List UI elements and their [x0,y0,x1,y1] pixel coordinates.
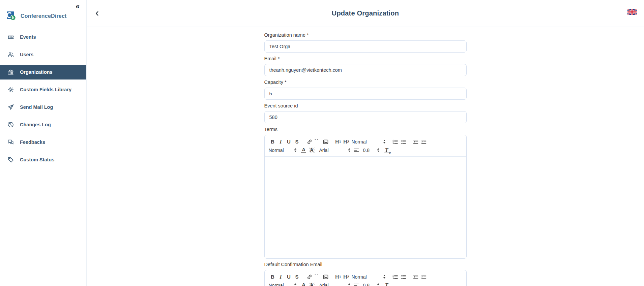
font-select[interactable]: Arial [319,283,350,286]
sidebar-item-organizations[interactable]: Organizations [0,65,86,80]
clear-formatting-button[interactable]: Tx [384,281,392,286]
updown-arrows-icon [383,140,385,144]
terms-editor-toolbar: B I U S ” [265,135,466,157]
ordered-list-icon [392,274,398,280]
header-format-select[interactable]: Normal [352,139,385,145]
bullet-list-button[interactable] [399,138,407,146]
send-icon [7,104,14,110]
italic-button[interactable]: I [277,138,285,146]
sidebar-item-events[interactable]: Events [0,30,86,44]
header-2-button[interactable]: H2 [342,273,350,281]
line-height-icon [353,282,359,286]
organization-name-input[interactable] [264,40,467,53]
app-root: « ConferenceDirect Events User [0,0,644,286]
sidebar-item-changes-log[interactable]: Changes Log [0,117,86,132]
uk-flag-icon [627,9,637,15]
insert-image-button[interactable] [322,138,330,146]
size-select[interactable]: Normal [269,148,296,153]
sidebar-collapse-button[interactable]: « [76,2,79,10]
indent-button[interactable] [420,138,428,146]
sidebar-item-custom-status[interactable]: Custom Status [0,152,86,167]
italic-button[interactable]: I [277,273,285,281]
image-icon [323,274,329,280]
indent-icon [421,139,427,145]
font-select[interactable]: Arial [319,148,350,153]
email-label: Email * [264,56,467,62]
image-icon [323,139,329,145]
sidebar-item-label: Custom Status [20,157,54,162]
sidebar-item-label: Send Mail Log [20,104,53,110]
gear-icon [7,86,14,93]
ordered-list-icon [392,139,398,145]
ordered-list-button[interactable] [391,273,399,281]
header-1-button[interactable]: H1 [334,138,342,146]
line-height-select[interactable]: 0.8 [363,148,379,153]
updown-arrows-icon [348,148,350,152]
terms-label: Terms [264,127,467,133]
size-select[interactable]: Normal [269,283,296,286]
underline-button[interactable]: U [285,273,293,281]
line-height-button[interactable] [352,146,360,154]
sidebar-item-send-mail-log[interactable]: Send Mail Log [0,100,86,115]
blockquote-button[interactable]: ” [314,275,322,279]
ticket-icon [7,34,14,40]
language-flag-button[interactable] [627,9,637,15]
header-format-select[interactable]: Normal [352,274,385,280]
updown-arrows-icon [348,283,350,286]
bullet-list-icon [400,274,406,280]
sidebar-item-label: Changes Log [20,122,51,127]
indent-button[interactable] [420,273,428,281]
outdent-button[interactable] [412,138,420,146]
page-title: Update Organization [87,9,644,17]
updown-arrows-icon [377,148,379,152]
history-icon [7,121,14,128]
indent-icon [421,274,427,280]
sidebar-item-custom-fields-library[interactable]: Custom Fields Library [0,82,86,97]
strikethrough-button[interactable]: S [293,138,301,146]
default-confirmation-email-label: Default Confirmation Email [264,262,467,268]
clear-formatting-button[interactable]: Tx [384,146,392,154]
brand-name: ConferenceDirect [21,13,67,19]
link-button[interactable] [305,138,314,146]
header-1-button[interactable]: H1 [334,273,342,281]
insert-image-button[interactable] [322,273,330,281]
outdent-button[interactable] [412,273,420,281]
users-icon [7,51,14,58]
bold-button[interactable]: B [269,138,277,146]
ordered-list-button[interactable] [391,138,399,146]
header-2-button[interactable]: H2 [342,138,350,146]
link-button[interactable] [305,273,314,281]
confirmation-email-editor: B I U S ” [264,270,467,286]
background-color-button[interactable]: A [308,146,316,154]
feedback-icon [7,139,14,146]
page-header: Update Organization [87,0,644,27]
strikethrough-button[interactable]: S [293,273,301,281]
event-source-id-input[interactable] [264,111,467,123]
sidebar-item-feedbacks[interactable]: Feedbacks [0,135,86,150]
blockquote-button[interactable]: ” [314,139,322,144]
capacity-label: Capacity * [264,80,467,86]
link-icon [306,139,313,145]
text-color-button[interactable]: A [300,281,308,286]
bullet-list-button[interactable] [399,273,407,281]
sidebar: « ConferenceDirect Events User [0,0,87,286]
bank-icon [7,69,14,75]
sidebar-item-label: Feedbacks [20,139,45,145]
terms-editor-textarea[interactable] [265,157,466,258]
line-height-select[interactable]: 0.8 [363,283,379,286]
bullet-list-icon [400,139,406,145]
sidebar-item-label: Organizations [20,69,53,75]
updown-arrows-icon [294,148,296,152]
event-source-id-label: Event source id [264,103,467,109]
confirmation-email-editor-toolbar: B I U S ” [265,270,466,286]
email-input[interactable] [264,64,467,76]
underline-button[interactable]: U [285,138,293,146]
brand: ConferenceDirect [7,11,67,21]
background-color-button[interactable]: A [308,281,316,286]
sidebar-nav: Events Users Organizations Custom Fields… [0,30,86,170]
capacity-input[interactable] [264,88,467,100]
bold-button[interactable]: B [269,273,277,281]
text-color-button[interactable]: A [300,146,308,154]
line-height-button[interactable] [352,281,360,286]
sidebar-item-users[interactable]: Users [0,47,86,62]
